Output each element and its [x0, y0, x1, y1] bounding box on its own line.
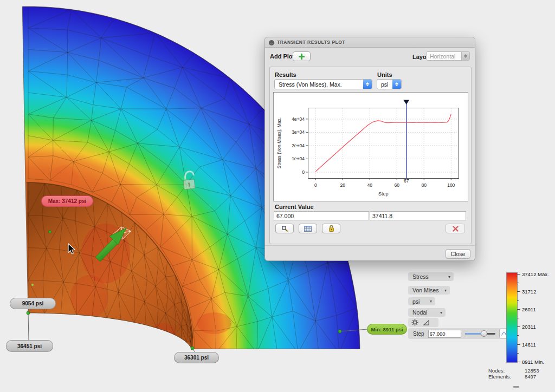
- result-type-dropdown[interactable]: Stress ▾: [408, 272, 454, 281]
- legend-tick: [517, 300, 519, 301]
- step-marker-label: 67: [404, 178, 409, 184]
- legend-value: 31712: [522, 289, 536, 295]
- display-options-row: [408, 318, 438, 327]
- units-label: Units: [377, 71, 392, 78]
- legend-tick: [517, 362, 520, 362]
- viewport: Max: 37412 psi 9054 psi 36451 psi 36301 …: [0, 0, 555, 392]
- table-button[interactable]: [299, 224, 317, 233]
- svg-text:3e+04: 3e+04: [292, 129, 305, 135]
- svg-text:60: 60: [395, 182, 400, 188]
- legend-value: 37412 Max.: [522, 271, 549, 277]
- zoom-button[interactable]: [275, 224, 294, 233]
- dialog-title: TRANSIENT RESULTS PLOT: [277, 37, 345, 48]
- result-component-dropdown[interactable]: Von Mises ▾: [408, 286, 450, 295]
- slope-icon[interactable]: [423, 319, 430, 326]
- lock-button[interactable]: [322, 224, 340, 233]
- legend-tick: [517, 283, 519, 283]
- plot-panel: Results Stress (Von Mises), Max. Units p…: [269, 67, 472, 244]
- scroll-dash: [513, 386, 519, 388]
- legend-value: 14611: [522, 342, 536, 348]
- step-marker-handle[interactable]: [403, 100, 409, 105]
- chart-frame: 02040608010001e+042e+043e+044e+04StepStr…: [273, 92, 468, 201]
- chevron-down-icon: ▾: [444, 288, 447, 293]
- nodes-value: 12853: [525, 368, 539, 374]
- step-input[interactable]: [428, 330, 461, 338]
- result-component-value: Von Mises: [412, 287, 438, 293]
- stepper-icon: [363, 80, 372, 89]
- step-slider[interactable]: [465, 330, 495, 337]
- chevron-down-icon: ▾: [430, 299, 432, 304]
- svg-text:40: 40: [367, 182, 373, 188]
- svg-text:20: 20: [340, 182, 346, 188]
- svg-text:0: 0: [302, 169, 305, 175]
- results-dropdown[interactable]: Stress (Von Mises), Max.: [274, 79, 372, 89]
- step-control-row: Step: [408, 328, 512, 339]
- svg-text:0: 0: [314, 182, 317, 188]
- nodal-value: Nodal: [412, 309, 427, 316]
- legend-tick: [517, 344, 520, 345]
- lock-icon: [328, 225, 334, 232]
- results-label: Results: [275, 71, 296, 78]
- svg-text:4e+04: 4e+04: [292, 116, 305, 122]
- legend-tick: [517, 353, 519, 354]
- svg-text:100: 100: [447, 182, 455, 188]
- stepper-icon: [461, 52, 469, 60]
- legend-tick: [517, 309, 520, 310]
- elements-value: 8497: [525, 374, 536, 380]
- delete-x-icon: [453, 226, 459, 232]
- step-label: Step: [413, 331, 424, 337]
- dialog-divider: [265, 245, 475, 246]
- add-plot-button[interactable]: [293, 51, 311, 61]
- chart-ylabel: Stress (Von Mises), Max.: [276, 117, 282, 168]
- layout-value: Horizontal: [427, 53, 461, 60]
- slider-thumb[interactable]: [481, 330, 487, 337]
- chart-xlabel: Step: [378, 191, 389, 197]
- legend-tick: [517, 274, 520, 275]
- plus-icon: [299, 54, 305, 60]
- min-stress-badge: Min: 8911 psi: [367, 324, 407, 335]
- chevron-down-icon: ▾: [440, 310, 442, 315]
- current-result-field[interactable]: [370, 211, 466, 220]
- stress-step-chart[interactable]: 02040608010001e+042e+043e+044e+04StepStr…: [274, 93, 468, 201]
- probe-badge-1: 9054 psi: [10, 298, 56, 309]
- legend-tick: [517, 326, 520, 327]
- legend-tick: [517, 318, 519, 318]
- units-dropdown-dialog[interactable]: psi: [377, 79, 402, 89]
- legend-value: 8911 Min.: [522, 359, 544, 365]
- current-value-label: Current Value: [275, 204, 314, 210]
- magnifier-icon: [281, 225, 288, 232]
- transient-results-dialog: TRANSIENT RESULTS PLOT Add Plot Layout H…: [264, 37, 475, 261]
- result-type-value: Stress: [412, 273, 429, 280]
- gear-icon[interactable]: [411, 319, 418, 326]
- delete-plot-button[interactable]: [446, 224, 465, 233]
- legend-tick: [517, 335, 519, 336]
- stepper-icon: [392, 80, 401, 89]
- legend-tick: [517, 291, 520, 292]
- add-plot-label: Add Plot: [270, 53, 294, 60]
- max-stress-badge: Max: 37412 psi: [41, 195, 93, 207]
- legend-colorbar: [506, 272, 518, 363]
- legend-value: 20311: [522, 324, 536, 330]
- probe-badge-3: 36301 psi: [174, 352, 219, 363]
- units-value-dialog: psi: [377, 81, 392, 88]
- svg-text:2e+04: 2e+04: [292, 143, 305, 148]
- results-value: Stress (Von Mises), Max.: [275, 81, 363, 88]
- current-step-field[interactable]: [274, 211, 369, 220]
- probe-badge-2: 36451 psi: [6, 340, 53, 352]
- nodal-dropdown[interactable]: Nodal ▾: [408, 308, 446, 317]
- legend-value: 26011: [522, 306, 536, 312]
- table-icon: [304, 226, 312, 232]
- svg-text:80: 80: [422, 182, 427, 188]
- close-button[interactable]: Close: [446, 249, 470, 259]
- chevron-down-icon: ▾: [448, 275, 450, 279]
- layout-dropdown[interactable]: Horizontal: [426, 51, 470, 61]
- svg-text:1e+04: 1e+04: [292, 156, 305, 161]
- nodes-label: Nodes:: [488, 368, 505, 374]
- elements-label: Elements:: [488, 374, 511, 380]
- units-value: psi: [412, 298, 420, 305]
- collapse-button[interactable]: [269, 40, 274, 45]
- units-dropdown[interactable]: psi ▾: [408, 297, 435, 305]
- dialog-titlebar[interactable]: TRANSIENT RESULTS PLOT: [265, 37, 475, 48]
